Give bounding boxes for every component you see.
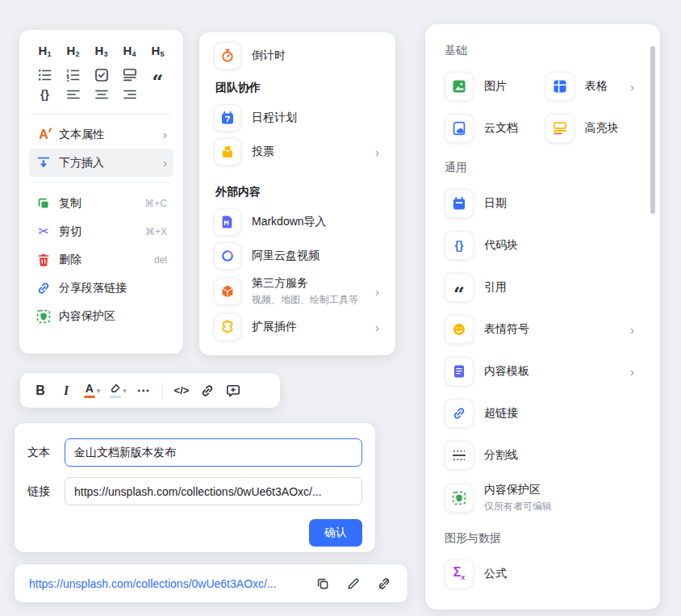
menu-item-text-attributes[interactable]: A 文本属性 › bbox=[29, 120, 173, 149]
menu-item-cut[interactable]: ✂ 剪切 ⌘+X bbox=[29, 217, 173, 245]
calendar-7-icon bbox=[214, 104, 241, 132]
bullet-list-button[interactable] bbox=[36, 65, 55, 85]
section-title-external: 外部内容 bbox=[215, 185, 381, 199]
stopwatch-icon bbox=[214, 42, 241, 69]
highlight-block-button[interactable] bbox=[120, 65, 140, 85]
scissors-icon: ✂ bbox=[36, 224, 52, 240]
block-item-formula[interactable]: Σx 公式 bbox=[445, 559, 636, 589]
copy-icon bbox=[36, 195, 52, 212]
link-url[interactable]: https://unsplash.com/collections/0wUe6t3… bbox=[29, 577, 306, 590]
divider bbox=[31, 114, 172, 115]
insert-item-aliyun-video[interactable]: 阿里云盘视频 bbox=[214, 242, 381, 270]
block-item-content-protection[interactable]: 内容保护区 仅所有者可编辑 bbox=[445, 483, 636, 513]
caret-down-icon: ▾ bbox=[123, 387, 127, 395]
code-braces-icon: {} bbox=[40, 88, 49, 101]
shortcut-label: ⌘+C bbox=[144, 198, 167, 209]
menu-item-share-paragraph-link[interactable]: 分享段落链接 bbox=[29, 274, 173, 302]
insert-menu-panel: 倒计时 团队协作 日程计划 投票 › 外部内容 Markdown导入 阿里云盘视… bbox=[199, 32, 395, 355]
block-type-row: “ {} bbox=[29, 60, 173, 108]
text-color-icon: A bbox=[84, 383, 95, 398]
comment-button[interactable] bbox=[221, 379, 245, 403]
scrollbar-thumb[interactable] bbox=[650, 46, 655, 214]
ordered-list-icon bbox=[65, 67, 81, 83]
emoji-icon bbox=[445, 315, 474, 344]
toolbar-divider bbox=[162, 383, 163, 399]
heading-h2-button[interactable]: H2 bbox=[67, 44, 80, 57]
bold-button[interactable]: B bbox=[28, 379, 52, 403]
edit-link-button[interactable] bbox=[340, 570, 367, 597]
block-item-emoji[interactable]: 表情符号 › bbox=[445, 315, 636, 344]
italic-button[interactable]: I bbox=[54, 379, 78, 403]
code-braces-icon: {} bbox=[445, 231, 474, 260]
insert-item-countdown[interactable]: 倒计时 bbox=[214, 42, 381, 69]
block-item-table[interactable]: 表格 › bbox=[545, 72, 636, 101]
task-list-icon bbox=[94, 67, 110, 83]
block-item-cloud-doc[interactable]: 云文档 bbox=[445, 114, 541, 143]
text-color-button[interactable]: A ▾ bbox=[80, 379, 104, 403]
insert-blocks-panel: 基础 图片 表格 › 云文档 高亮块 通用 日期 bbox=[425, 24, 660, 610]
link-preview-bar: https://unsplash.com/collections/0wUe6t3… bbox=[15, 564, 407, 602]
bullet-list-icon bbox=[37, 67, 53, 83]
block-item-date[interactable]: 日期 bbox=[445, 189, 636, 218]
formula-sigma-icon: Σx bbox=[445, 559, 474, 589]
heading-h4-button[interactable]: H4 bbox=[123, 44, 136, 57]
menu-item-insert-below[interactable]: 下方插入 › bbox=[29, 149, 173, 177]
insert-item-schedule[interactable]: 日程计划 bbox=[214, 104, 381, 132]
align-left-button[interactable] bbox=[64, 85, 83, 104]
align-right-icon bbox=[122, 86, 138, 103]
shield-protection-icon bbox=[36, 308, 52, 325]
block-item-highlight[interactable]: 高亮块 bbox=[545, 114, 636, 143]
insert-item-third-party[interactable]: 第三方服务 视频、地图、绘制工具等 › bbox=[214, 276, 381, 307]
task-list-button[interactable] bbox=[92, 65, 111, 85]
align-right-button[interactable] bbox=[120, 85, 140, 104]
copy-link-button[interactable] bbox=[309, 570, 336, 597]
inline-code-icon: </> bbox=[174, 384, 190, 396]
code-block-button[interactable]: {} bbox=[36, 85, 55, 104]
caret-down-icon: ▾ bbox=[97, 387, 101, 395]
menu-item-copy[interactable]: 复制 ⌘+C bbox=[29, 189, 173, 217]
comment-plus-icon bbox=[225, 383, 241, 399]
align-center-icon bbox=[94, 86, 110, 103]
quote-button[interactable]: “ bbox=[148, 65, 168, 85]
highlighter-icon bbox=[109, 383, 121, 398]
text-field-label: 文本 bbox=[27, 446, 52, 460]
basic-grid: 图片 表格 › 云文档 高亮块 bbox=[445, 72, 636, 143]
text-input[interactable] bbox=[65, 438, 362, 467]
menu-item-delete[interactable]: 删除 del bbox=[29, 245, 173, 274]
block-item-hyperlink[interactable]: 超链接 bbox=[445, 399, 636, 428]
block-item-divider[interactable]: 分割线 bbox=[445, 441, 636, 470]
puzzle-icon bbox=[214, 313, 241, 341]
menu-item-content-protection[interactable]: 内容保护区 bbox=[29, 302, 173, 330]
shortcut-label: ⌘+X bbox=[145, 226, 167, 237]
editor-popovers-canvas: H1 H2 H3 H4 H5 “ {} A 文本属性 › 下方插入 › bbox=[0, 0, 681, 616]
more-button[interactable]: ⋯ bbox=[132, 379, 156, 403]
heading-h5-button[interactable]: H5 bbox=[152, 44, 165, 57]
link-field-row: 链接 bbox=[27, 477, 362, 505]
confirm-button[interactable]: 确认 bbox=[309, 519, 362, 547]
block-item-quote[interactable]: “ 引用 bbox=[445, 273, 636, 302]
heading-h1-button[interactable]: H1 bbox=[39, 44, 52, 57]
ordered-list-button[interactable] bbox=[64, 65, 83, 85]
chevron-right-icon: › bbox=[630, 366, 634, 378]
block-item-image[interactable]: 图片 bbox=[445, 72, 541, 101]
link-input[interactable] bbox=[65, 477, 362, 505]
copy-icon bbox=[315, 576, 331, 592]
unlink-icon bbox=[376, 576, 392, 592]
context-menu-panel: H1 H2 H3 H4 H5 “ {} A 文本属性 › 下方插入 › bbox=[19, 30, 183, 354]
format-toolbar: B I A ▾ ▾ ⋯ </> bbox=[20, 373, 280, 408]
heading-h3-button[interactable]: H3 bbox=[95, 44, 108, 57]
chevron-right-icon: › bbox=[630, 81, 634, 93]
highlight-color-button[interactable]: ▾ bbox=[106, 379, 130, 403]
chevron-right-icon: › bbox=[375, 286, 379, 298]
block-item-content-template[interactable]: 内容模板 › bbox=[445, 357, 636, 386]
insert-link-button[interactable] bbox=[195, 379, 219, 403]
section-title-basic: 基础 bbox=[445, 44, 636, 58]
insert-item-vote[interactable]: 投票 › bbox=[214, 138, 381, 166]
align-center-button[interactable] bbox=[92, 85, 111, 104]
insert-item-plugins[interactable]: 扩展插件 › bbox=[214, 313, 381, 341]
block-item-code-block[interactable]: {} 代码块 bbox=[445, 231, 636, 260]
insert-item-markdown-import[interactable]: Markdown导入 bbox=[214, 208, 381, 236]
chevron-right-icon: › bbox=[163, 128, 167, 140]
unlink-button[interactable] bbox=[370, 570, 398, 597]
inline-code-button[interactable]: </> bbox=[169, 379, 194, 403]
